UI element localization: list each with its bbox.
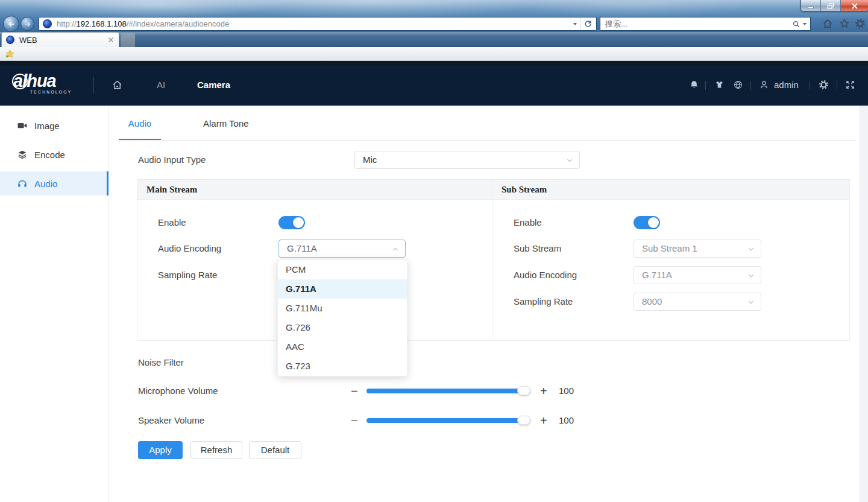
- close-icon: [851, 3, 858, 9]
- minimize-button[interactable]: [801, 0, 821, 11]
- stream-panels: Main Stream Enable Audio Encoding G.711A…: [137, 179, 850, 341]
- alarm-bell-icon[interactable]: [689, 80, 699, 90]
- search-icon[interactable]: [792, 20, 800, 28]
- forward-button[interactable]: [20, 17, 34, 31]
- sub-audio-encoding-select[interactable]: G.711A: [634, 266, 761, 284]
- address-dropdown-caret[interactable]: [573, 23, 577, 25]
- logo-subtext: TECHNOLOGY: [30, 90, 72, 94]
- sub-stream-title: Sub Stream: [492, 180, 849, 200]
- speaker-volume-slider[interactable]: [366, 418, 530, 423]
- restore-button[interactable]: [821, 0, 841, 11]
- mic-volume-increase-button[interactable]: +: [540, 382, 547, 400]
- main-audio-encoding-label: Audio Encoding: [158, 240, 221, 258]
- sidebar-item-label: Image: [34, 121, 60, 131]
- sidebar: Image Encode Audio: [0, 106, 108, 502]
- chevron-down-icon: [747, 272, 755, 280]
- mic-volume-slider-handle[interactable]: [517, 386, 530, 395]
- sub-stream-select[interactable]: Sub Stream 1: [634, 240, 761, 258]
- mic-volume-slider[interactable]: [366, 389, 530, 393]
- main-enable-toggle[interactable]: [278, 216, 305, 229]
- main-audio-encoding-select[interactable]: G.711A: [278, 240, 406, 258]
- sidebar-item-audio[interactable]: Audio: [0, 171, 108, 195]
- chevron-down-icon: [565, 156, 574, 165]
- tab-audio[interactable]: Audio: [119, 118, 161, 129]
- audio-input-type-select[interactable]: Mic: [354, 151, 580, 169]
- sub-enable-label: Enable: [514, 214, 542, 232]
- main-sampling-rate-label: Sampling Rate: [158, 266, 217, 284]
- dropdown-option-g723[interactable]: G.723: [278, 357, 407, 376]
- sidebar-item-label: Encode: [34, 150, 65, 160]
- url-text: http://192.168.1.108/#/index/camera/audi…: [57, 19, 229, 28]
- url-host: 192.168.1.108: [77, 19, 127, 28]
- favorites-bar: [0, 47, 868, 61]
- sub-stream-panel: Sub Stream Enable Sub Stream Sub Stream …: [492, 180, 849, 340]
- browser-home-icon[interactable]: [822, 18, 833, 29]
- fullscreen-icon[interactable]: [845, 80, 855, 90]
- mic-volume-decrease-button[interactable]: −: [351, 382, 358, 400]
- browser-tab[interactable]: WEB: [1, 32, 119, 47]
- back-arrow-icon: [7, 19, 16, 29]
- screen: http://192.168.1.108/#/index/camera/audi…: [0, 0, 868, 502]
- dropdown-option-g726[interactable]: G.726: [278, 318, 407, 337]
- add-favorite-star-icon[interactable]: [5, 49, 15, 59]
- url-path: /#/index/camera/audioencode: [127, 19, 230, 28]
- dropdown-option-aac[interactable]: AAC: [278, 337, 407, 357]
- headset-icon: [17, 178, 28, 189]
- tab-alarm-tone[interactable]: Alarm Tone: [203, 118, 249, 129]
- page-scrollbar[interactable]: [860, 106, 868, 502]
- dropdown-option-g711a[interactable]: G.711A: [278, 279, 407, 299]
- speaker-volume-increase-button[interactable]: +: [540, 411, 547, 430]
- layers-icon: [17, 149, 28, 160]
- sub-sampling-rate-select[interactable]: 8000: [634, 293, 761, 311]
- default-button[interactable]: Default: [249, 441, 301, 459]
- close-button[interactable]: [841, 0, 868, 11]
- sub-audio-encoding-value: G.711A: [642, 270, 672, 280]
- search-box[interactable]: [600, 17, 811, 31]
- noise-filter-label: Noise Filter: [138, 354, 184, 372]
- theme-shirt-icon[interactable]: [714, 80, 725, 90]
- mic-volume-value: 100: [559, 382, 574, 400]
- audio-input-type-label: Audio Input Type: [138, 151, 206, 169]
- sidebar-item-encode[interactable]: Encode: [0, 142, 108, 167]
- main-stream-title: Main Stream: [137, 180, 492, 200]
- settings-gear-icon[interactable]: [819, 80, 829, 90]
- minimize-icon: [807, 3, 814, 9]
- nav-ai[interactable]: AI: [152, 80, 170, 90]
- new-tab-button[interactable]: [121, 33, 135, 47]
- sub-enable-toggle[interactable]: [634, 216, 660, 229]
- dropdown-option-pcm[interactable]: PCM: [278, 260, 407, 279]
- search-dropdown-caret[interactable]: [803, 23, 807, 25]
- speaker-volume-decrease-button[interactable]: −: [351, 411, 358, 430]
- apply-button[interactable]: Apply: [138, 441, 183, 459]
- sidebar-item-label: Audio: [34, 179, 57, 189]
- chevron-down-icon: [747, 245, 755, 253]
- nav-camera[interactable]: Camera: [197, 80, 230, 90]
- tab-title: WEB: [19, 36, 37, 45]
- dropdown-option-g711mu[interactable]: G.711Mu: [278, 299, 407, 318]
- refresh-button[interactable]: Refresh: [190, 441, 242, 459]
- restore-icon: [827, 3, 834, 9]
- address-bar[interactable]: http://192.168.1.108/#/index/camera/audi…: [39, 17, 597, 31]
- favorites-star-icon[interactable]: [839, 18, 850, 29]
- search-input[interactable]: [600, 19, 763, 29]
- browser-tools-gear-icon[interactable]: [855, 18, 866, 29]
- user-icon: [759, 80, 769, 90]
- back-button[interactable]: [3, 16, 19, 32]
- speaker-volume-label: Speaker Volume: [138, 411, 204, 430]
- tab-favicon: [6, 36, 14, 44]
- main-content: Audio Alarm Tone Audio Input Type Mic Ma…: [108, 106, 860, 502]
- main-audio-encoding-value: G.711A: [287, 243, 317, 253]
- sub-stream-value: Sub Stream 1: [642, 243, 697, 253]
- sidebar-item-image[interactable]: Image: [0, 113, 108, 138]
- tab-close-icon[interactable]: [107, 36, 115, 43]
- home-icon[interactable]: [112, 79, 123, 91]
- main-enable-label: Enable: [158, 214, 186, 232]
- browser-titlebar: http://192.168.1.108/#/index/camera/audi…: [0, 0, 868, 32]
- app-header: alhua TECHNOLOGY AI Camera admin: [0, 65, 868, 106]
- language-globe-icon[interactable]: [733, 80, 743, 90]
- speaker-volume-slider-handle[interactable]: [517, 416, 530, 425]
- chevron-down-icon: [747, 298, 755, 307]
- sub-stream-label: Sub Stream: [514, 240, 561, 258]
- username[interactable]: admin: [774, 80, 799, 90]
- refresh-icon[interactable]: [583, 19, 593, 28]
